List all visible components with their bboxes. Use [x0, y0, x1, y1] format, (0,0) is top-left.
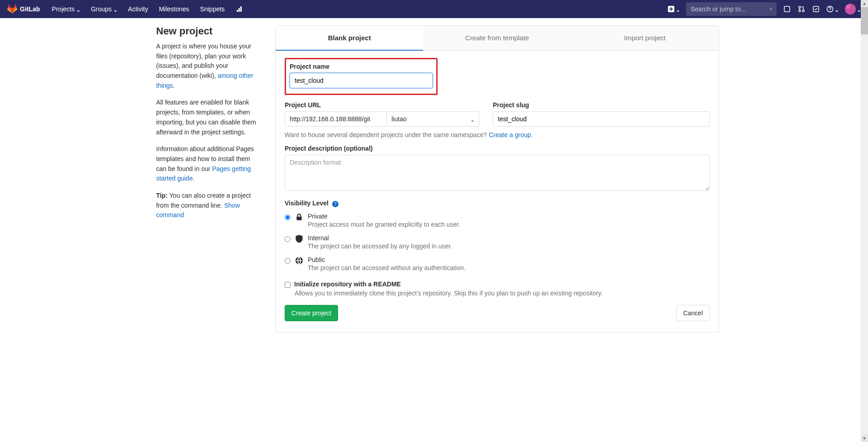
search-box[interactable] [686, 2, 777, 16]
visibility-help-icon[interactable]: ? [332, 201, 339, 207]
sidebar-p3: Information about additional Pages templ… [156, 144, 257, 184]
create-project-button[interactable]: Create project [285, 305, 338, 321]
svg-point-9 [799, 6, 801, 8]
chevron-down-icon [76, 7, 80, 11]
page-title: New project [156, 25, 257, 37]
init-readme-checkbox[interactable] [285, 282, 291, 288]
visibility-private-title: Private [308, 213, 460, 220]
topbar-right [668, 2, 861, 16]
topbar: GitLab Projects Groups Activity Mileston… [0, 0, 868, 18]
svg-rect-2 [240, 6, 242, 12]
visibility-private-radio[interactable] [285, 214, 291, 220]
namespace-select[interactable]: liutao [386, 111, 479, 127]
visibility-internal-sub: The project can be accessed by any logge… [308, 242, 452, 250]
visibility-public-radio[interactable] [285, 258, 291, 264]
project-type-tabs: Blank project Create from template Impor… [275, 25, 719, 51]
nav-groups[interactable]: Groups [86, 3, 122, 15]
chevron-down-icon [835, 7, 839, 11]
gitlab-logo[interactable]: GitLab [7, 4, 40, 14]
main-panel: Blank project Create from template Impor… [275, 25, 719, 333]
nav-projects[interactable]: Projects [47, 3, 85, 15]
issues-icon[interactable] [783, 5, 791, 13]
new-dropdown[interactable] [668, 6, 680, 12]
project-slug-label: Project slug [493, 101, 710, 109]
visibility-public-title: Public [308, 256, 466, 263]
svg-rect-1 [238, 8, 240, 12]
chevron-down-icon [114, 7, 117, 11]
brand-text: GitLab [20, 5, 40, 13]
sidebar-p1: A project is where you house your files … [156, 42, 257, 90]
chevron-down-icon [857, 7, 861, 11]
visibility-label: Visibility Level [285, 200, 329, 207]
scroll-up-arrow[interactable]: ▲ [861, 0, 868, 7]
project-url-prefix: http://192.168.0.188:8888/git [285, 111, 386, 127]
project-slug-input[interactable] [493, 111, 710, 127]
nav-milestones[interactable]: Milestones [154, 3, 194, 15]
todos-icon[interactable] [812, 5, 820, 13]
scroll-thumb[interactable] [861, 7, 868, 34]
tab-create-from-template[interactable]: Create from template [423, 26, 571, 50]
new-project-form: Project name Project URL http://192.168.… [275, 51, 719, 333]
plus-icon [668, 6, 674, 12]
svg-rect-8 [784, 6, 790, 12]
user-menu[interactable] [845, 4, 861, 14]
search-input[interactable] [691, 5, 770, 13]
sidebar-p2: All features are enabled for blank proje… [156, 98, 257, 137]
init-readme-label: Initialize repository with a README [294, 280, 401, 288]
visibility-internal-title: Internal [308, 234, 452, 242]
project-name-label: Project name [290, 63, 433, 70]
search-icon [770, 6, 772, 12]
init-readme-sub: Allows you to immediately clone this pro… [295, 290, 710, 297]
avatar [845, 4, 856, 14]
nav-operations-icon[interactable] [231, 3, 248, 15]
tanuki-icon [7, 4, 17, 14]
svg-rect-0 [237, 10, 238, 12]
vertical-scrollbar[interactable]: ▲ ▼ [861, 0, 868, 351]
chevron-down-icon [676, 7, 680, 11]
chevron-down-icon [471, 117, 474, 121]
primary-nav: Projects Groups Activity Milestones Snip… [47, 3, 247, 15]
svg-rect-5 [669, 9, 673, 10]
project-url-label: Project URL [285, 101, 479, 109]
help-dropdown[interactable] [826, 5, 839, 13]
cancel-button[interactable]: Cancel [676, 305, 710, 321]
description-textarea[interactable] [285, 155, 710, 191]
visibility-private-sub: Project access must be granted explicitl… [308, 221, 460, 228]
tab-import-project[interactable]: Import project [571, 26, 719, 50]
svg-line-7 [771, 10, 772, 10]
description-label: Project description (optional) [285, 145, 710, 152]
svg-point-6 [770, 8, 772, 10]
project-name-input[interactable] [290, 73, 433, 88]
side-info: New project A project is where you house… [149, 25, 264, 333]
svg-point-11 [802, 10, 804, 12]
shield-icon [295, 235, 303, 243]
svg-point-10 [799, 10, 801, 12]
nav-activity[interactable]: Activity [124, 3, 153, 15]
globe-icon [295, 257, 303, 265]
merge-requests-icon[interactable] [797, 5, 806, 13]
lock-icon [295, 213, 303, 221]
create-group-link[interactable]: Create a group [489, 131, 531, 138]
sidebar-tip: Tip: You can also create a project from … [156, 191, 257, 220]
namespace-hint: Want to house several dependent projects… [285, 131, 710, 138]
nav-snippets[interactable]: Snippets [196, 3, 229, 15]
tab-blank-project[interactable]: Blank project [276, 26, 423, 51]
visibility-internal-radio[interactable] [285, 236, 291, 242]
project-name-highlight: Project name [285, 58, 438, 95]
visibility-public-sub: The project can be accessed without any … [308, 264, 466, 271]
